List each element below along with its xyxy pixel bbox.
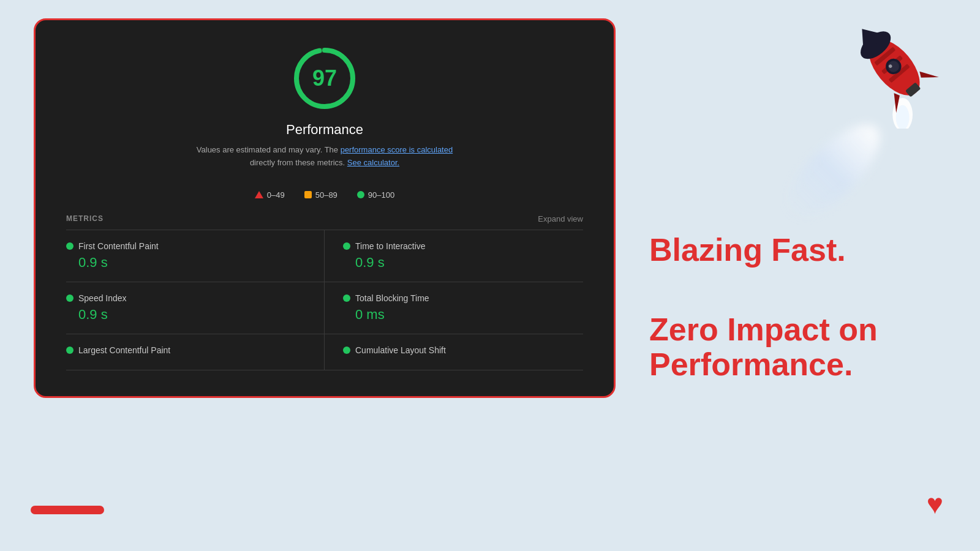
bottom-bar-decoration — [31, 506, 104, 514]
svg-point-3 — [896, 105, 910, 129]
metric-speed-index: Speed Index 0.9 s — [66, 282, 325, 334]
legend-label-high: 90–100 — [368, 190, 394, 200]
metric-first-contentful-paint: First Contentful Paint 0.9 s — [66, 230, 325, 282]
metrics-header: METRICS Expand view — [66, 214, 583, 230]
metric-name: Largest Contentful Paint — [78, 345, 170, 355]
metric-total-blocking-time: Total Blocking Time 0 ms — [325, 282, 583, 334]
legend-label-mid: 50–89 — [315, 190, 337, 200]
metric-value: 0.9 s — [66, 307, 306, 323]
metric-dot — [343, 347, 350, 354]
metric-time-to-interactive: Time to Interactive 0.9 s — [325, 230, 583, 282]
metric-name: Total Blocking Time — [355, 293, 429, 303]
metrics-grid: First Contentful Paint 0.9 s Time to Int… — [66, 230, 583, 370]
metric-name: Speed Index — [78, 293, 127, 303]
performance-panel: 97 Performance Values are estimated and … — [34, 18, 616, 398]
metric-name: Cumulative Layout Shift — [355, 345, 446, 355]
score-value: 97 — [312, 66, 337, 91]
metric-dot — [66, 294, 74, 302]
metric-value: 0 ms — [343, 307, 583, 323]
metric-largest-contentful-paint: Largest Contentful Paint — [66, 334, 325, 370]
rocket-trail — [772, 111, 894, 232]
legend-item-mid: 50–89 — [304, 190, 337, 200]
heart-icon: ♥ — [927, 487, 943, 520]
metric-name: Time to Interactive — [355, 241, 426, 251]
calculator-link[interactable]: See calculator. — [347, 158, 399, 167]
score-circle: 97 — [291, 45, 358, 112]
triangle-icon — [255, 191, 263, 198]
metric-dot — [343, 242, 350, 250]
metric-dot — [343, 294, 350, 302]
blazing-fast-heading: Blazing Fast. — [649, 233, 846, 268]
metric-name: First Contentful Paint — [78, 241, 159, 251]
rocket-image — [827, 6, 962, 129]
performance-description: Values are estimated and may vary. The p… — [184, 144, 466, 170]
metric-value: 0.9 s — [343, 255, 583, 271]
perf-score-link[interactable]: performance score is calculated — [341, 145, 453, 154]
metric-dot — [66, 347, 74, 354]
score-container: 97 Performance Values are estimated and … — [184, 45, 466, 170]
metrics-section: METRICS Expand view First Contentful Pai… — [66, 214, 583, 370]
performance-title: Performance — [286, 122, 363, 138]
legend-label-low: 0–49 — [267, 190, 285, 200]
legend: 0–49 50–89 90–100 — [255, 190, 394, 200]
square-icon — [304, 191, 312, 198]
metric-value: 0.9 s — [66, 255, 306, 271]
metrics-label: METRICS — [66, 214, 104, 223]
svg-marker-14 — [918, 64, 939, 86]
circle-icon — [357, 191, 364, 198]
legend-item-high: 90–100 — [357, 190, 394, 200]
legend-item-low: 0–49 — [255, 190, 285, 200]
expand-view-button[interactable]: Expand view — [538, 214, 583, 223]
metric-cumulative-layout-shift: Cumulative Layout Shift — [325, 334, 583, 370]
zero-impact-heading: Zero Impact on Performance. — [649, 312, 894, 382]
metric-dot — [66, 242, 74, 250]
